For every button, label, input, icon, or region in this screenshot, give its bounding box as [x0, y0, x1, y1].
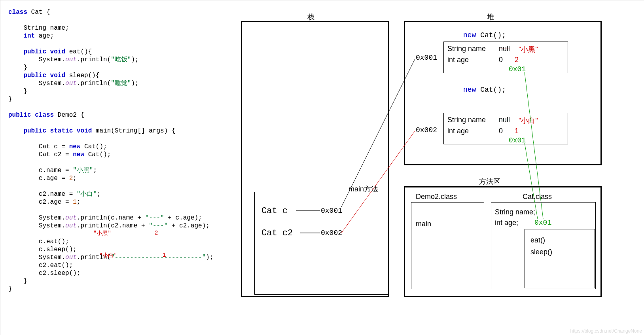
cat-field2: int age; [495, 219, 518, 227]
obj1-name-new: "小黑" [519, 45, 538, 54]
cat-class-label: Cat.class [523, 193, 552, 201]
main-method-label: main方法 [349, 184, 378, 194]
demo2-class-label: Demo2.class [416, 193, 457, 201]
stack-addr1: 0x001 [321, 207, 342, 215]
code-pane: class Cat { String name; int age; public… [8, 8, 230, 293]
obj1-name-old: null [499, 45, 510, 53]
stack-addr2: 0x002 [321, 229, 342, 237]
obj2-age-new: 1 [515, 127, 519, 135]
cat-method-eat: eat() [530, 236, 545, 244]
demo2-main: main [416, 220, 431, 228]
anno-xiaohei: "小黑" [93, 230, 111, 237]
obj2-age-old: 0 [499, 127, 503, 135]
obj1-age-old: 0 [499, 56, 503, 64]
anno-1: 1 [163, 252, 166, 258]
anno-2: 2 [155, 230, 158, 236]
cat-addr: 0x01 [534, 219, 551, 227]
stack-var-c2: Cat c2 [261, 228, 293, 238]
stack-var-c: Cat c [261, 206, 288, 216]
code-block: class Cat { String name; int age; public… [8, 8, 230, 293]
new-cat-2: new Cat(); [463, 86, 506, 94]
obj2-name-label: String name [447, 116, 486, 124]
obj2-name-old: null [499, 116, 510, 124]
heap-label: 堆 [487, 12, 494, 22]
demo2-class-box [411, 202, 484, 289]
obj1-ref: 0x01 [509, 65, 526, 73]
obj1-name-label: String name [447, 45, 486, 53]
obj2-age-label: int age [447, 127, 469, 135]
stack-label: 栈 [307, 12, 314, 22]
anno-xiaobai: "小白" [99, 252, 117, 259]
obj2-name-new: "小白" [519, 116, 538, 125]
cat-method-sleep: sleep() [530, 248, 552, 256]
obj1-age-new: 2 [515, 56, 519, 64]
obj2-ref: 0x01 [509, 136, 526, 144]
watermark: https://blog.csdn.net/ChangeNone [570, 328, 642, 334]
obj1-age-label: int age [447, 56, 469, 64]
heap-addr-1: 0x001 [416, 54, 437, 62]
method-area-label: 方法区 [479, 177, 500, 186]
new-cat-1: new new Cat();Cat(); [463, 31, 506, 39]
cat-field1: String name; [495, 208, 535, 216]
heap-addr-2: 0x002 [416, 126, 437, 134]
